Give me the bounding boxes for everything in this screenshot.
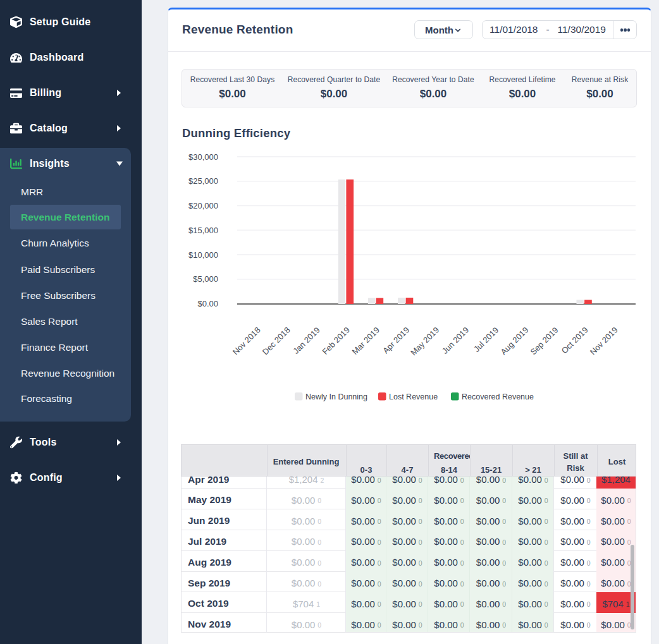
svg-text:Feb 2019: Feb 2019 <box>320 325 351 356</box>
svg-text:Jan 2019: Jan 2019 <box>291 325 321 356</box>
svg-text:Jun 2019: Jun 2019 <box>440 325 471 356</box>
svg-text:$0.00: $0.00 <box>197 299 218 308</box>
svg-text:May 2019: May 2019 <box>409 325 441 358</box>
svg-text:Lost Revenue: Lost Revenue <box>389 392 438 401</box>
svg-text:Aug 2019: Aug 2019 <box>498 325 530 357</box>
svg-text:Mar 2019: Mar 2019 <box>350 325 381 356</box>
svg-text:Dec 2018: Dec 2018 <box>261 325 292 357</box>
svg-text:Sep 2019: Sep 2019 <box>529 325 560 357</box>
svg-text:$25,000: $25,000 <box>188 176 218 186</box>
svg-text:Newly In Dunning: Newly In Dunning <box>305 392 367 401</box>
svg-text:Jul 2019: Jul 2019 <box>472 325 500 354</box>
svg-text:$20,000: $20,000 <box>188 201 218 210</box>
svg-text:$10,000: $10,000 <box>188 250 218 260</box>
svg-text:Nov 2018: Nov 2018 <box>231 325 262 357</box>
svg-text:Apr 2019: Apr 2019 <box>381 325 411 356</box>
svg-text:$5,000: $5,000 <box>193 274 218 284</box>
svg-text:$15,000: $15,000 <box>188 226 218 235</box>
svg-text:Oct 2019: Oct 2019 <box>560 325 590 356</box>
svg-text:Recovered Revenue: Recovered Revenue <box>462 392 534 401</box>
svg-text:$30,000: $30,000 <box>188 152 218 162</box>
svg-text:Nov 2019: Nov 2019 <box>588 325 620 357</box>
